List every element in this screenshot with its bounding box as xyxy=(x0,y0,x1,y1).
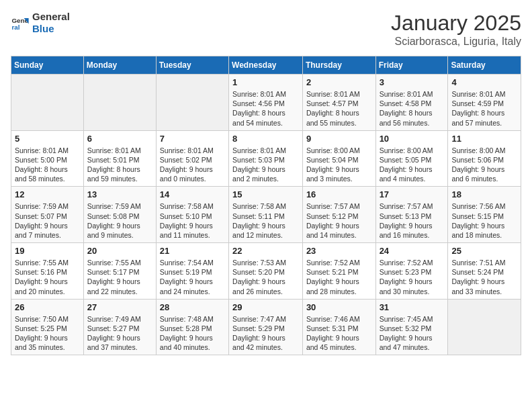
calendar-cell: 4Sunrise: 8:01 AM Sunset: 4:59 PM Daylig… xyxy=(448,75,521,131)
calendar-cell: 5Sunrise: 8:01 AM Sunset: 5:00 PM Daylig… xyxy=(11,130,84,187)
day-info: Sunrise: 7:58 AM Sunset: 5:11 PM Dayligh… xyxy=(232,201,299,240)
day-number: 1 xyxy=(232,77,299,87)
logo: Gene ral General Blue xyxy=(11,11,70,35)
calendar-cell: 23Sunrise: 7:52 AM Sunset: 5:21 PM Dayli… xyxy=(302,243,375,300)
day-info: Sunrise: 8:01 AM Sunset: 4:57 PM Dayligh… xyxy=(306,89,372,128)
day-number: 28 xyxy=(160,302,225,312)
day-info: Sunrise: 7:54 AM Sunset: 5:19 PM Dayligh… xyxy=(160,258,225,296)
day-header-monday: Monday xyxy=(83,56,156,75)
day-info: Sunrise: 7:51 AM Sunset: 5:24 PM Dayligh… xyxy=(451,258,517,296)
day-header-thursday: Thursday xyxy=(302,56,375,75)
title-block: January 2025 Sciarborasca, Liguria, Ital… xyxy=(391,11,521,48)
day-info: Sunrise: 7:55 AM Sunset: 5:17 PM Dayligh… xyxy=(87,258,152,296)
day-info: Sunrise: 8:01 AM Sunset: 5:02 PM Dayligh… xyxy=(160,146,225,184)
day-number: 29 xyxy=(232,302,299,312)
day-number: 15 xyxy=(232,189,299,199)
day-number: 21 xyxy=(160,246,225,256)
day-number: 2 xyxy=(306,77,372,87)
day-info: Sunrise: 8:00 AM Sunset: 5:06 PM Dayligh… xyxy=(451,146,517,184)
calendar-cell: 11Sunrise: 8:00 AM Sunset: 5:06 PM Dayli… xyxy=(448,130,521,187)
day-number: 25 xyxy=(451,246,517,256)
day-info: Sunrise: 7:58 AM Sunset: 5:10 PM Dayligh… xyxy=(160,201,225,240)
logo-text: General Blue xyxy=(32,11,70,35)
day-header-tuesday: Tuesday xyxy=(156,56,228,75)
calendar-header-row: SundayMondayTuesdayWednesdayThursdayFrid… xyxy=(11,56,521,75)
calendar-cell: 18Sunrise: 7:56 AM Sunset: 5:15 PM Dayli… xyxy=(448,187,521,243)
day-info: Sunrise: 7:50 AM Sunset: 5:25 PM Dayligh… xyxy=(15,314,80,353)
day-number: 11 xyxy=(451,134,517,144)
day-info: Sunrise: 8:00 AM Sunset: 5:04 PM Dayligh… xyxy=(306,146,372,184)
day-number: 26 xyxy=(15,302,80,312)
day-number: 23 xyxy=(306,246,372,256)
day-info: Sunrise: 7:47 AM Sunset: 5:29 PM Dayligh… xyxy=(232,314,299,353)
day-number: 10 xyxy=(380,134,445,144)
day-header-sunday: Sunday xyxy=(11,56,84,75)
svg-text:ral: ral xyxy=(11,24,19,31)
day-info: Sunrise: 8:01 AM Sunset: 4:56 PM Dayligh… xyxy=(232,89,299,128)
calendar-cell: 12Sunrise: 7:59 AM Sunset: 5:07 PM Dayli… xyxy=(11,187,84,243)
calendar-week-row: 26Sunrise: 7:50 AM Sunset: 5:25 PM Dayli… xyxy=(11,299,521,355)
day-info: Sunrise: 8:01 AM Sunset: 4:58 PM Dayligh… xyxy=(380,89,445,128)
day-info: Sunrise: 7:52 AM Sunset: 5:23 PM Dayligh… xyxy=(380,258,445,296)
calendar-cell: 16Sunrise: 7:57 AM Sunset: 5:12 PM Dayli… xyxy=(302,187,375,243)
day-info: Sunrise: 7:57 AM Sunset: 5:13 PM Dayligh… xyxy=(380,201,445,240)
day-number: 17 xyxy=(380,189,445,199)
calendar-cell: 24Sunrise: 7:52 AM Sunset: 5:23 PM Dayli… xyxy=(375,243,448,300)
day-number: 5 xyxy=(15,134,80,144)
day-header-saturday: Saturday xyxy=(448,56,521,75)
day-number: 19 xyxy=(15,246,80,256)
day-number: 27 xyxy=(87,302,152,312)
day-number: 16 xyxy=(306,189,372,199)
day-info: Sunrise: 7:53 AM Sunset: 5:20 PM Dayligh… xyxy=(232,258,299,296)
calendar-week-row: 12Sunrise: 7:59 AM Sunset: 5:07 PM Dayli… xyxy=(11,187,521,243)
logo-icon: Gene ral xyxy=(11,13,30,32)
day-number: 20 xyxy=(87,246,152,256)
day-info: Sunrise: 7:59 AM Sunset: 5:08 PM Dayligh… xyxy=(87,201,152,240)
day-info: Sunrise: 7:57 AM Sunset: 5:12 PM Dayligh… xyxy=(306,201,372,240)
calendar-cell: 20Sunrise: 7:55 AM Sunset: 5:17 PM Dayli… xyxy=(83,243,156,300)
day-header-wednesday: Wednesday xyxy=(229,56,303,75)
calendar-cell: 29Sunrise: 7:47 AM Sunset: 5:29 PM Dayli… xyxy=(229,299,303,355)
calendar-cell: 21Sunrise: 7:54 AM Sunset: 5:19 PM Dayli… xyxy=(156,243,228,300)
calendar-week-row: 1Sunrise: 8:01 AM Sunset: 4:56 PM Daylig… xyxy=(11,75,521,131)
calendar-cell: 9Sunrise: 8:00 AM Sunset: 5:04 PM Daylig… xyxy=(302,130,375,187)
day-number: 9 xyxy=(306,134,372,144)
calendar-cell: 2Sunrise: 8:01 AM Sunset: 4:57 PM Daylig… xyxy=(302,75,375,131)
month-title: January 2025 xyxy=(391,11,521,36)
day-info: Sunrise: 7:49 AM Sunset: 5:27 PM Dayligh… xyxy=(87,314,152,353)
day-info: Sunrise: 8:01 AM Sunset: 5:01 PM Dayligh… xyxy=(87,146,152,184)
day-info: Sunrise: 7:59 AM Sunset: 5:07 PM Dayligh… xyxy=(15,201,80,240)
calendar-table: SundayMondayTuesdayWednesdayThursdayFrid… xyxy=(11,56,521,355)
calendar-cell xyxy=(83,75,156,131)
calendar-cell: 6Sunrise: 8:01 AM Sunset: 5:01 PM Daylig… xyxy=(83,130,156,187)
day-info: Sunrise: 7:55 AM Sunset: 5:16 PM Dayligh… xyxy=(15,258,80,296)
calendar-cell: 14Sunrise: 7:58 AM Sunset: 5:10 PM Dayli… xyxy=(156,187,228,243)
day-number: 12 xyxy=(15,189,80,199)
calendar-cell: 28Sunrise: 7:48 AM Sunset: 5:28 PM Dayli… xyxy=(156,299,228,355)
calendar-cell: 25Sunrise: 7:51 AM Sunset: 5:24 PM Dayli… xyxy=(448,243,521,300)
calendar-cell: 15Sunrise: 7:58 AM Sunset: 5:11 PM Dayli… xyxy=(229,187,303,243)
day-info: Sunrise: 7:48 AM Sunset: 5:28 PM Dayligh… xyxy=(160,314,225,353)
calendar-week-row: 5Sunrise: 8:01 AM Sunset: 5:00 PM Daylig… xyxy=(11,130,521,187)
calendar-cell: 8Sunrise: 8:01 AM Sunset: 5:03 PM Daylig… xyxy=(229,130,303,187)
day-info: Sunrise: 8:01 AM Sunset: 5:00 PM Dayligh… xyxy=(15,146,80,184)
day-info: Sunrise: 8:00 AM Sunset: 5:05 PM Dayligh… xyxy=(380,146,445,184)
calendar-cell: 22Sunrise: 7:53 AM Sunset: 5:20 PM Dayli… xyxy=(229,243,303,300)
day-number: 8 xyxy=(232,134,299,144)
day-info: Sunrise: 7:45 AM Sunset: 5:32 PM Dayligh… xyxy=(380,314,445,353)
day-number: 6 xyxy=(87,134,152,144)
calendar-cell xyxy=(448,299,521,355)
day-number: 4 xyxy=(451,77,517,87)
calendar-week-row: 19Sunrise: 7:55 AM Sunset: 5:16 PM Dayli… xyxy=(11,243,521,300)
calendar-cell: 19Sunrise: 7:55 AM Sunset: 5:16 PM Dayli… xyxy=(11,243,84,300)
calendar-cell: 27Sunrise: 7:49 AM Sunset: 5:27 PM Dayli… xyxy=(83,299,156,355)
day-number: 7 xyxy=(160,134,225,144)
day-number: 18 xyxy=(451,189,517,199)
calendar-cell: 31Sunrise: 7:45 AM Sunset: 5:32 PM Dayli… xyxy=(375,299,448,355)
day-number: 30 xyxy=(306,302,372,312)
header: Gene ral General Blue January 2025 Sciar… xyxy=(11,11,521,48)
calendar-cell xyxy=(11,75,84,131)
calendar-cell: 17Sunrise: 7:57 AM Sunset: 5:13 PM Dayli… xyxy=(375,187,448,243)
day-info: Sunrise: 8:01 AM Sunset: 5:03 PM Dayligh… xyxy=(232,146,299,184)
day-info: Sunrise: 7:46 AM Sunset: 5:31 PM Dayligh… xyxy=(306,314,372,353)
